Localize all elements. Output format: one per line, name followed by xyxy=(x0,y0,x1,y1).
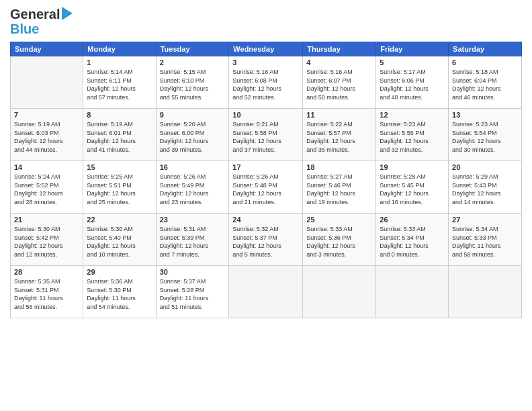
day-info: Sunrise: 5:21 AM Sunset: 5:58 PM Dayligh… xyxy=(232,120,299,154)
day-number: 23 xyxy=(160,216,226,224)
day-number: 25 xyxy=(306,216,372,224)
day-number: 13 xyxy=(452,111,518,119)
day-cell: 16Sunrise: 5:26 AM Sunset: 5:49 PM Dayli… xyxy=(156,161,229,214)
day-cell: 15Sunrise: 5:25 AM Sunset: 5:51 PM Dayli… xyxy=(83,161,156,214)
day-number: 10 xyxy=(232,111,299,119)
col-header-wednesday: Wednesday xyxy=(229,42,303,56)
day-info: Sunrise: 5:31 AM Sunset: 5:39 PM Dayligh… xyxy=(160,225,226,259)
day-cell: 27Sunrise: 5:34 AM Sunset: 5:33 PM Dayli… xyxy=(449,214,522,266)
day-number: 4 xyxy=(306,58,372,66)
day-info: Sunrise: 5:16 AM Sunset: 6:07 PM Dayligh… xyxy=(306,68,372,101)
day-info: Sunrise: 5:20 AM Sunset: 6:00 PM Dayligh… xyxy=(160,120,226,154)
day-number: 2 xyxy=(160,58,226,66)
day-number: 7 xyxy=(14,111,79,119)
logo-blue: Blue xyxy=(10,21,73,36)
col-header-sunday: Sunday xyxy=(11,42,83,56)
day-number: 26 xyxy=(380,216,445,224)
day-info: Sunrise: 5:25 AM Sunset: 5:51 PM Dayligh… xyxy=(87,173,152,206)
logo-general: General xyxy=(10,7,60,21)
day-number: 27 xyxy=(452,216,518,224)
day-cell: 14Sunrise: 5:24 AM Sunset: 5:52 PM Dayli… xyxy=(11,161,83,214)
day-cell: 19Sunrise: 5:28 AM Sunset: 5:45 PM Dayli… xyxy=(376,161,449,214)
day-cell: 29Sunrise: 5:36 AM Sunset: 5:30 PM Dayli… xyxy=(83,266,156,318)
day-info: Sunrise: 5:24 AM Sunset: 5:52 PM Dayligh… xyxy=(14,173,79,206)
day-number: 15 xyxy=(87,163,152,171)
day-cell: 26Sunrise: 5:33 AM Sunset: 5:34 PM Dayli… xyxy=(376,214,449,266)
col-header-saturday: Saturday xyxy=(449,42,522,56)
day-cell: 1Sunrise: 5:14 AM Sunset: 6:11 PM Daylig… xyxy=(83,56,156,109)
day-info: Sunrise: 5:34 AM Sunset: 5:33 PM Dayligh… xyxy=(452,225,518,259)
day-cell xyxy=(229,266,303,318)
day-info: Sunrise: 5:30 AM Sunset: 5:40 PM Dayligh… xyxy=(87,225,152,259)
page-header: General Blue xyxy=(10,7,522,36)
day-number: 1 xyxy=(87,58,152,66)
day-cell: 21Sunrise: 5:30 AM Sunset: 5:42 PM Dayli… xyxy=(11,214,83,266)
day-number: 21 xyxy=(14,216,79,224)
day-info: Sunrise: 5:28 AM Sunset: 5:45 PM Dayligh… xyxy=(380,173,445,206)
day-cell: 8Sunrise: 5:19 AM Sunset: 6:01 PM Daylig… xyxy=(83,109,156,161)
day-cell: 28Sunrise: 5:35 AM Sunset: 5:31 PM Dayli… xyxy=(11,266,83,318)
week-row-2: 7Sunrise: 5:19 AM Sunset: 6:03 PM Daylig… xyxy=(11,109,522,161)
day-info: Sunrise: 5:36 AM Sunset: 5:30 PM Dayligh… xyxy=(87,277,152,311)
day-cell xyxy=(11,56,83,109)
day-cell: 25Sunrise: 5:33 AM Sunset: 5:36 PM Dayli… xyxy=(303,214,376,266)
day-number: 11 xyxy=(306,111,372,119)
day-cell: 7Sunrise: 5:19 AM Sunset: 6:03 PM Daylig… xyxy=(11,109,83,161)
day-info: Sunrise: 5:26 AM Sunset: 5:48 PM Dayligh… xyxy=(232,173,299,206)
day-number: 28 xyxy=(14,268,79,276)
day-number: 29 xyxy=(87,268,152,276)
day-number: 16 xyxy=(160,163,226,171)
calendar-table: SundayMondayTuesdayWednesdayThursdayFrid… xyxy=(10,42,522,318)
col-header-friday: Friday xyxy=(376,42,449,56)
day-cell: 5Sunrise: 5:17 AM Sunset: 6:06 PM Daylig… xyxy=(376,56,449,109)
day-number: 17 xyxy=(232,163,299,171)
day-cell: 18Sunrise: 5:27 AM Sunset: 5:46 PM Dayli… xyxy=(303,161,376,214)
week-row-1: 1Sunrise: 5:14 AM Sunset: 6:11 PM Daylig… xyxy=(11,56,522,109)
day-cell: 23Sunrise: 5:31 AM Sunset: 5:39 PM Dayli… xyxy=(156,214,229,266)
day-cell: 12Sunrise: 5:23 AM Sunset: 5:55 PM Dayli… xyxy=(376,109,449,161)
day-cell xyxy=(449,266,522,318)
day-info: Sunrise: 5:15 AM Sunset: 6:10 PM Dayligh… xyxy=(160,68,226,101)
logo: General Blue xyxy=(10,7,73,36)
day-number: 8 xyxy=(87,111,152,119)
day-number: 24 xyxy=(232,216,299,224)
week-row-5: 28Sunrise: 5:35 AM Sunset: 5:31 PM Dayli… xyxy=(11,266,522,318)
day-cell: 2Sunrise: 5:15 AM Sunset: 6:10 PM Daylig… xyxy=(156,56,229,109)
day-cell: 13Sunrise: 5:23 AM Sunset: 5:54 PM Dayli… xyxy=(449,109,522,161)
day-cell: 10Sunrise: 5:21 AM Sunset: 5:58 PM Dayli… xyxy=(229,109,303,161)
day-info: Sunrise: 5:19 AM Sunset: 6:01 PM Dayligh… xyxy=(87,120,152,154)
day-info: Sunrise: 5:23 AM Sunset: 5:54 PM Dayligh… xyxy=(452,120,518,154)
day-cell: 20Sunrise: 5:29 AM Sunset: 5:43 PM Dayli… xyxy=(449,161,522,214)
logo-arrow-icon xyxy=(62,7,73,20)
day-number: 22 xyxy=(87,216,152,224)
day-info: Sunrise: 5:30 AM Sunset: 5:42 PM Dayligh… xyxy=(14,225,79,259)
calendar-header-row: SundayMondayTuesdayWednesdayThursdayFrid… xyxy=(11,42,522,56)
day-info: Sunrise: 5:33 AM Sunset: 5:36 PM Dayligh… xyxy=(306,225,372,259)
day-info: Sunrise: 5:19 AM Sunset: 6:03 PM Dayligh… xyxy=(14,120,79,154)
day-number: 3 xyxy=(232,58,299,66)
day-cell: 24Sunrise: 5:32 AM Sunset: 5:37 PM Dayli… xyxy=(229,214,303,266)
day-cell xyxy=(376,266,449,318)
day-number: 18 xyxy=(306,163,372,171)
day-info: Sunrise: 5:27 AM Sunset: 5:46 PM Dayligh… xyxy=(306,173,372,206)
day-number: 12 xyxy=(380,111,445,119)
week-row-3: 14Sunrise: 5:24 AM Sunset: 5:52 PM Dayli… xyxy=(11,161,522,214)
day-info: Sunrise: 5:22 AM Sunset: 5:57 PM Dayligh… xyxy=(306,120,372,154)
col-header-tuesday: Tuesday xyxy=(156,42,229,56)
day-info: Sunrise: 5:17 AM Sunset: 6:06 PM Dayligh… xyxy=(380,68,445,101)
day-info: Sunrise: 5:26 AM Sunset: 5:49 PM Dayligh… xyxy=(160,173,226,206)
day-info: Sunrise: 5:18 AM Sunset: 6:04 PM Dayligh… xyxy=(452,68,518,101)
day-cell: 4Sunrise: 5:16 AM Sunset: 6:07 PM Daylig… xyxy=(303,56,376,109)
day-info: Sunrise: 5:33 AM Sunset: 5:34 PM Dayligh… xyxy=(380,225,445,259)
day-number: 20 xyxy=(452,163,518,171)
day-number: 6 xyxy=(452,58,518,66)
day-cell: 3Sunrise: 5:16 AM Sunset: 6:08 PM Daylig… xyxy=(229,56,303,109)
day-cell: 9Sunrise: 5:20 AM Sunset: 6:00 PM Daylig… xyxy=(156,109,229,161)
col-header-monday: Monday xyxy=(83,42,156,56)
day-info: Sunrise: 5:16 AM Sunset: 6:08 PM Dayligh… xyxy=(232,68,299,101)
day-cell xyxy=(303,266,376,318)
day-cell: 30Sunrise: 5:37 AM Sunset: 5:28 PM Dayli… xyxy=(156,266,229,318)
day-info: Sunrise: 5:23 AM Sunset: 5:55 PM Dayligh… xyxy=(380,120,445,154)
day-number: 19 xyxy=(380,163,445,171)
week-row-4: 21Sunrise: 5:30 AM Sunset: 5:42 PM Dayli… xyxy=(11,214,522,266)
